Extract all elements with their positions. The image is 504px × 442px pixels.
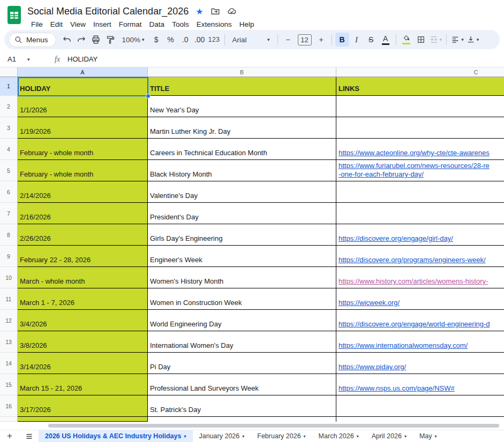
increase-decimal-button[interactable]: .00 — [193, 33, 207, 47]
sheets-logo-icon[interactable] — [7, 5, 21, 25]
cell-C2[interactable] — [336, 96, 504, 117]
cell-C14[interactable]: https://www.piday.org/ — [336, 353, 504, 374]
sheet-tab-february-2026[interactable]: February 2026▾ — [251, 430, 312, 442]
menus-search-button[interactable]: Menus — [9, 33, 56, 47]
name-box[interactable]: A1▾ — [0, 55, 49, 63]
cell-C16[interactable] — [336, 395, 504, 417]
sheet-tab-april-2026[interactable]: April 2026▾ — [365, 430, 413, 442]
row-header-8[interactable]: 8 — [0, 224, 18, 246]
fill-color-button[interactable] — [400, 33, 413, 47]
cell-C5[interactable]: https://www.furiarubel.com/news-resource… — [336, 160, 504, 181]
cell-A13[interactable]: 3/8/2026 — [18, 331, 148, 353]
format-currency-button[interactable]: $ — [149, 33, 163, 47]
cell-A10[interactable]: March - whole month — [18, 267, 148, 288]
redo-button[interactable] — [74, 33, 88, 47]
star-icon[interactable]: ★ — [195, 6, 203, 17]
cell-A16[interactable]: 3/17/2026 — [18, 395, 148, 417]
zoom-select[interactable]: 100%▾ — [118, 33, 149, 47]
cell-A8[interactable]: 2/26/2026 — [18, 224, 148, 246]
cell-A1[interactable]: HOLIDAY — [18, 77, 148, 96]
row-header-12[interactable]: 12 — [0, 310, 18, 331]
sheet-tab-january-2026[interactable]: January 2026▾ — [193, 430, 251, 442]
cell-B11[interactable]: Women in Construction Week — [148, 288, 336, 310]
row-header-9[interactable]: 9 — [0, 246, 18, 267]
cell-B7[interactable]: President's Day — [148, 203, 336, 224]
row-header-1[interactable]: 1 — [0, 77, 18, 96]
all-sheets-button[interactable] — [19, 430, 39, 442]
column-header-B[interactable]: B — [148, 67, 336, 77]
menu-edit[interactable]: Edit — [47, 19, 66, 29]
row-header-3[interactable]: 3 — [0, 117, 18, 139]
cell-C8[interactable]: https://discovere.org/engage/girl-day/ — [336, 224, 504, 246]
cell-C15[interactable]: https://www.nsps.us.com/page/NSW# — [336, 374, 504, 395]
row-header-11[interactable]: 11 — [0, 288, 18, 310]
cell-C6[interactable] — [336, 181, 504, 203]
cell-C3[interactable] — [336, 117, 504, 139]
document-title[interactable]: Social Media Editorial Calendar_2026 — [27, 6, 189, 17]
cell-link[interactable]: https://www.piday.org/ — [338, 363, 406, 371]
paint-format-button[interactable] — [103, 33, 117, 47]
cloud-saved-icon[interactable] — [227, 6, 237, 16]
cell-B6[interactable]: Valentine's Day — [148, 181, 336, 203]
row-header-5[interactable]: 5 — [0, 160, 18, 181]
cell-C7[interactable] — [336, 203, 504, 224]
undo-button[interactable] — [60, 33, 74, 47]
select-all-corner[interactable] — [0, 67, 18, 77]
row-header-13[interactable]: 13 — [0, 331, 18, 353]
cell-link[interactable]: https://www.nsps.us.com/page/NSW# — [338, 384, 455, 393]
cell-C11[interactable]: https://wicweek.org/ — [336, 288, 504, 310]
row-header-10[interactable]: 10 — [0, 267, 18, 288]
cell-link[interactable]: https://discovere.org/programs/engineers… — [338, 256, 486, 264]
cell-A14[interactable]: 3/14/2026 — [18, 353, 148, 374]
font-family-select[interactable]: Arial▾ — [228, 33, 274, 47]
cell-link[interactable]: https://discovere.org/engage/girl-day/ — [338, 234, 453, 243]
cell-link[interactable]: https://www.acteonline.org/why-cte/cte-a… — [338, 149, 490, 157]
sheet-tab-march-2026[interactable]: March 2026▾ — [312, 430, 365, 442]
cell-B10[interactable]: Women's History Month — [148, 267, 336, 288]
cell-A6[interactable]: 2/14/2026 — [18, 181, 148, 203]
cell-A7[interactable]: 2/16/2026 — [18, 203, 148, 224]
formula-input[interactable]: HOLIDAY — [67, 55, 97, 63]
column-header-C[interactable]: C — [336, 67, 504, 77]
borders-button[interactable] — [414, 33, 428, 47]
row-header-7[interactable]: 7 — [0, 203, 18, 224]
cell-B14[interactable]: Pi Day — [148, 353, 336, 374]
decrease-decimal-button[interactable]: .0 — [178, 33, 192, 47]
row-header-2[interactable]: 2 — [0, 96, 18, 117]
merge-cells-button[interactable]: ▾ — [428, 33, 443, 47]
row-header-15[interactable]: 15 — [0, 374, 18, 395]
cell-C13[interactable]: https://www.internationalwomensday.com/ — [336, 331, 504, 353]
cell-A2[interactable]: 1/1/2026 — [18, 96, 148, 117]
cell-B15[interactable]: Professional Land Surveyors Week — [148, 374, 336, 395]
bold-button[interactable]: B — [335, 33, 349, 47]
cell-A12[interactable]: 3/4/2026 — [18, 310, 148, 331]
cell-A5[interactable]: February - whole month — [18, 160, 148, 181]
decrease-font-size-button[interactable]: − — [281, 33, 295, 47]
cell-C9[interactable]: https://discovere.org/programs/engineers… — [336, 246, 504, 267]
horizontal-align-button[interactable]: ▾ — [450, 33, 465, 47]
print-button[interactable] — [89, 33, 103, 47]
cell-C1[interactable]: LINKS — [336, 77, 504, 96]
cell-A11[interactable]: March 1 - 7, 2026 — [18, 288, 148, 310]
number-format-button[interactable]: 123 — [207, 33, 221, 47]
cell-C12[interactable]: https://discovere.org/engage/world-engin… — [336, 310, 504, 331]
sheet-tab-may[interactable]: May▾ — [413, 430, 443, 442]
menu-help[interactable]: Help — [236, 19, 258, 29]
column-header-A[interactable]: A — [18, 67, 148, 77]
cell-link[interactable]: https://www.furiarubel.com/news-resource… — [338, 162, 490, 179]
menu-file[interactable]: File — [27, 19, 47, 29]
cell-A17[interactable] — [18, 417, 148, 422]
menu-insert[interactable]: Insert — [89, 19, 115, 29]
increase-font-size-button[interactable]: + — [314, 33, 328, 47]
menu-tools[interactable]: Tools — [168, 19, 193, 29]
cell-B9[interactable]: Engineer's Week — [148, 246, 336, 267]
add-sheet-button[interactable]: + — [0, 430, 19, 442]
menu-view[interactable]: View — [66, 19, 89, 29]
cell-B5[interactable]: Black History Month — [148, 160, 336, 181]
cell-B12[interactable]: World Engineering Day — [148, 310, 336, 331]
format-percent-button[interactable]: % — [164, 33, 178, 47]
menu-extensions[interactable]: Extensions — [193, 19, 236, 29]
cell-A3[interactable]: 1/19/2026 — [18, 117, 148, 139]
sheet-tab-active[interactable]: 2026 US Holidays & AEC Industry Holidays… — [39, 430, 193, 442]
horizontal-scrollbar-thumb[interactable] — [48, 424, 499, 428]
